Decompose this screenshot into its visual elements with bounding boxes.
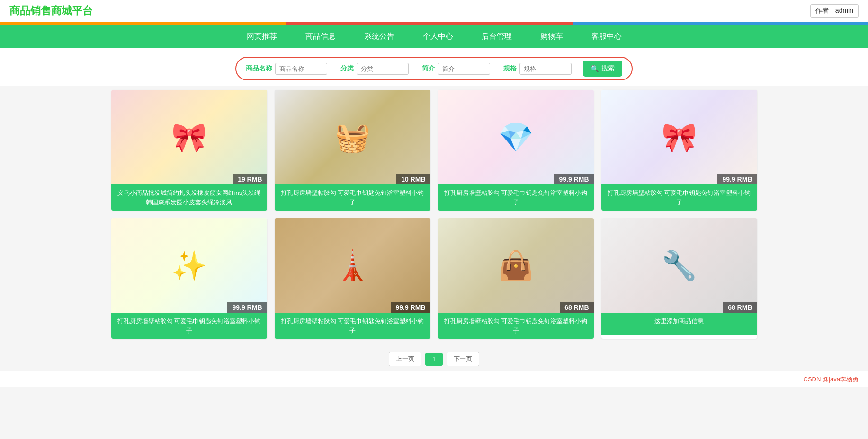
product-name-7: 打孔厨房墙壁粘胶勾 可爱毛巾钥匙免钉浴室塑料小钩子 (438, 313, 594, 339)
product-card-8[interactable]: 🔧 68 RMB 这里添加商品信息 (601, 218, 757, 339)
prev-page-button[interactable]: 上一页 (389, 352, 421, 366)
search-name-input[interactable] (275, 63, 327, 75)
product-name-4: 打孔厨房墙壁粘胶勾 可爱毛巾钥匙免钉浴室塑料小钩子 (601, 184, 757, 211)
product-card-1[interactable]: 🎀 19 RMB 义乌小商品批发城简约扎头发橡皮筋女网红ins头发绳韩国森系发圈… (111, 90, 267, 211)
nav-item-admin[interactable]: 后台管理 (482, 32, 512, 42)
product-emoji-1: 🎀 (111, 90, 267, 184)
nav-item-recommend[interactable]: 网页推荐 (247, 32, 277, 42)
product-name-5: 打孔厨房墙壁粘胶勾 可爱毛巾钥匙免钉浴室塑料小钩子 (111, 313, 267, 339)
search-icon: 🔍 (591, 65, 599, 72)
search-intro-label: 简介 (422, 64, 435, 73)
product-emoji-6: 🗼 (275, 218, 430, 313)
product-price-1: 19 RMB (233, 174, 267, 184)
search-button-label: 搜索 (601, 64, 615, 73)
search-name-label: 商品名称 (246, 64, 272, 73)
product-card-5[interactable]: ✨ 99.9 RMB 打孔厨房墙壁粘胶勾 可爱毛巾钥匙免钉浴室塑料小钩子 (111, 218, 267, 339)
product-price-6: 99.9 RMB (391, 302, 430, 313)
product-name-8: 这里添加商品信息 (601, 313, 757, 335)
product-image-4: 🎀 99.9 RMB (601, 90, 757, 184)
nav-item-profile[interactable]: 个人中心 (423, 32, 453, 42)
search-button[interactable]: 🔍 搜索 (583, 61, 622, 77)
footer: CSDN @java李杨勇 (0, 371, 868, 387)
product-image-6: 🗼 99.9 RMB (275, 218, 430, 313)
product-emoji-3: 💎 (438, 90, 594, 184)
search-category-group: 分类 (340, 63, 409, 75)
product-emoji-2: 🧺 (275, 90, 430, 184)
product-card-4[interactable]: 🎀 99.9 RMB 打孔厨房墙壁粘胶勾 可爱毛巾钥匙免钉浴室塑料小钩子 (601, 90, 757, 211)
pagination: 上一页 1 下一页 (0, 342, 868, 371)
product-image-2: 🧺 10 RMB (275, 90, 430, 184)
product-emoji-7: 👜 (438, 218, 594, 313)
nav-item-notice[interactable]: 系统公告 (364, 32, 394, 42)
product-price-8: 68 RMB (723, 302, 757, 313)
product-card-2[interactable]: 🧺 10 RMB 打孔厨房墙壁粘胶勾 可爱毛巾钥匙免钉浴室塑料小钩子 (275, 90, 430, 211)
search-intro-group: 简介 (422, 63, 490, 75)
product-name-2: 打孔厨房墙壁粘胶勾 可爱毛巾钥匙免钉浴室塑料小钩子 (275, 184, 430, 211)
nav-item-products[interactable]: 商品信息 (305, 32, 336, 42)
product-name-1: 义乌小商品批发城简约扎头发橡皮筋女网红ins头发绳韩国森系发圈小皮套头绳冷淡风 (111, 184, 267, 211)
product-image-3: 💎 99.9 RMB (438, 90, 594, 184)
main-nav: 网页推荐 商品信息 系统公告 个人中心 后台管理 购物车 客服中心 (0, 25, 868, 48)
product-image-1: 🎀 19 RMB (111, 90, 267, 184)
site-title: 商品销售商城平台 (9, 4, 93, 18)
product-emoji-4: 🎀 (601, 90, 757, 184)
product-price-3: 99.9 RMB (554, 174, 593, 184)
product-card-7[interactable]: 👜 68 RMB 打孔厨房墙壁粘胶勾 可爱毛巾钥匙免钉浴室塑料小钩子 (438, 218, 594, 339)
product-emoji-8: 🔧 (601, 218, 757, 313)
product-name-6: 打孔厨房墙壁粘胶勾 可爱毛巾钥匙免钉浴室塑料小钩子 (275, 313, 430, 339)
product-price-5: 99.9 RMB (227, 302, 267, 313)
footer-credit: CSDN @java李杨勇 (804, 375, 859, 384)
author-badge: 作者：admin (810, 4, 859, 18)
product-price-2: 10 RMB (396, 174, 430, 184)
current-page-button[interactable]: 1 (425, 353, 443, 366)
product-price-7: 68 RMB (560, 302, 593, 313)
nav-item-cart[interactable]: 购物车 (540, 32, 563, 42)
search-name-group: 商品名称 (246, 63, 327, 75)
search-category-input[interactable] (357, 63, 409, 75)
product-card-6[interactable]: 🗼 99.9 RMB 打孔厨房墙壁粘胶勾 可爱毛巾钥匙免钉浴室塑料小钩子 (275, 218, 430, 339)
product-image-7: 👜 68 RMB (438, 218, 594, 313)
search-section: 商品名称 分类 简介 规格 🔍 搜索 (0, 48, 868, 86)
search-spec-group: 规格 (503, 63, 572, 75)
search-spec-input[interactable] (519, 63, 572, 75)
search-spec-label: 规格 (503, 64, 517, 73)
search-bar: 商品名称 分类 简介 规格 🔍 搜索 (235, 57, 633, 80)
search-intro-input[interactable] (438, 63, 490, 75)
search-category-label: 分类 (340, 64, 354, 73)
nav-item-service[interactable]: 客服中心 (591, 32, 622, 42)
next-page-button[interactable]: 下一页 (447, 352, 479, 366)
product-grid: 🎀 19 RMB 义乌小商品批发城简约扎头发橡皮筋女网红ins头发绳韩国森系发圈… (103, 86, 766, 342)
product-image-8: 🔧 68 RMB (601, 218, 757, 313)
product-name-3: 打孔厨房墙壁粘胶勾 可爱毛巾钥匙免钉浴室塑料小钩子 (438, 184, 594, 211)
product-card-3[interactable]: 💎 99.9 RMB 打孔厨房墙壁粘胶勾 可爱毛巾钥匙免钉浴室塑料小钩子 (438, 90, 594, 211)
header: 商品销售商城平台 作者：admin (0, 0, 868, 22)
product-price-4: 99.9 RMB (717, 174, 757, 184)
product-emoji-5: ✨ (111, 218, 267, 313)
product-image-5: ✨ 99.9 RMB (111, 218, 267, 313)
